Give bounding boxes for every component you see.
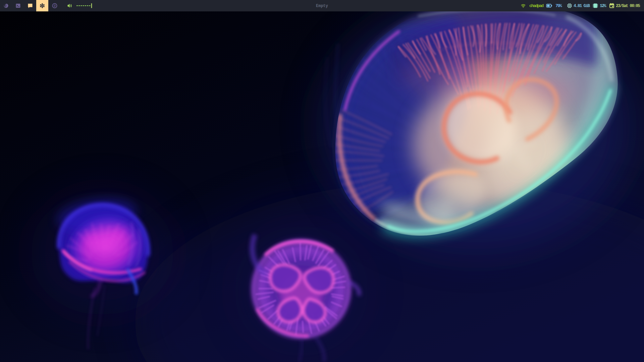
svg-text:4.81 GiB: 4.81 GiB — [574, 3, 590, 8]
svg-text:12%: 12% — [600, 3, 606, 8]
svg-text:@: @ — [54, 4, 56, 8]
svg-text:Empty: Empty — [316, 4, 328, 8]
svg-text:chadpad: chadpad — [529, 3, 543, 8]
svg-text:79%: 79% — [555, 3, 562, 8]
svg-text:23/Sat 00:05: 23/Sat 00:05 — [616, 3, 640, 8]
